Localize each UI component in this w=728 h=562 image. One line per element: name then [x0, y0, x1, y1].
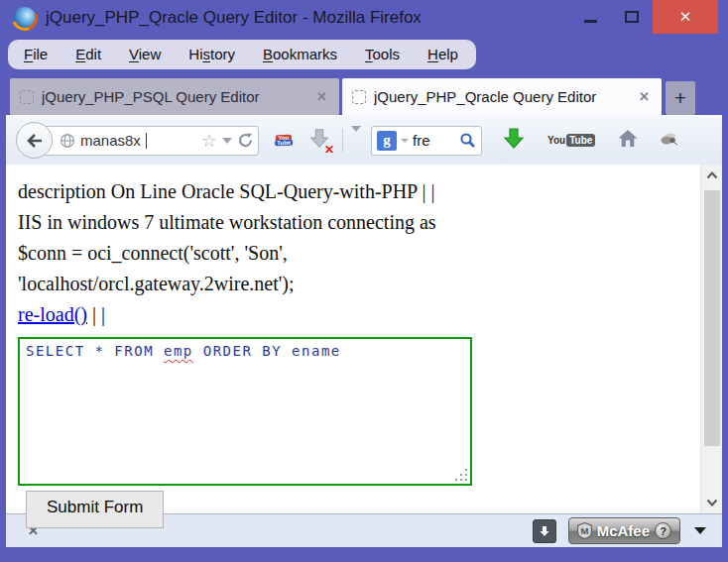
chevron-up-icon [706, 171, 718, 179]
home-icon [617, 129, 639, 148]
menu-item-view[interactable]: View [129, 46, 161, 62]
search-input[interactable]: fre [413, 132, 455, 149]
tab-oracle-editor[interactable]: jQuery_PHP_Qracle Query Editor ✕ [342, 78, 662, 115]
window-title: jQuery_PHP_Qracle Query Editor - Mozilla… [46, 8, 422, 28]
engine-dropdown-icon[interactable] [401, 139, 409, 143]
navigation-toolbar: manas8x ☆ You Tube ✕ g fre You [6, 115, 722, 165]
tab-title: jQuery_PHP_Qracle Query Editor [374, 88, 629, 105]
reload-link[interactable]: re-load() [18, 303, 87, 325]
scroll-down-button[interactable] [701, 492, 722, 513]
download-manager-icon[interactable] [502, 127, 526, 155]
tab-favicon-placeholder-icon [20, 90, 34, 104]
reload-link-line: re-load() | | [18, 299, 684, 330]
tab-close-icon[interactable]: ✕ [637, 89, 652, 104]
window-controls: ✕ [569, 0, 722, 36]
youtube-downloader-addon-icon[interactable]: You Tube [273, 134, 296, 146]
tab-title: jQuery_PHP_PSQL Query Editor [42, 88, 306, 105]
search-magnifier-icon[interactable] [459, 132, 476, 149]
back-button[interactable] [16, 122, 53, 159]
firefox-logo-icon [14, 7, 36, 29]
misspelled-word: emp [164, 343, 193, 359]
close-button[interactable]: ✕ [653, 0, 718, 34]
menu-item-file[interactable]: File [24, 46, 48, 62]
toolbar-overflow-dropdown[interactable] [351, 132, 361, 150]
maximize-button[interactable] [611, 0, 653, 34]
menu-item-tools[interactable]: Tools [365, 46, 400, 62]
menu-item-bookmarks[interactable]: Bookmarks [263, 46, 337, 62]
back-arrow-icon [26, 133, 44, 149]
reload-icon[interactable] [237, 132, 254, 149]
vertical-scrollbar[interactable] [700, 165, 722, 513]
search-bar[interactable]: g fre [371, 126, 482, 156]
link-suffix: | | [87, 303, 105, 325]
page-text-line: IIS in windows 7 ultimate workstation co… [18, 207, 684, 238]
home-button[interactable] [617, 129, 639, 152]
page-text-line: description On Line Oracle SQL-Query-wit… [18, 176, 684, 207]
chevron-down-icon [706, 499, 718, 506]
sql-query-textarea[interactable]: SELECT * FROM emp ORDER BY ename [18, 337, 472, 486]
blocked-x-icon: ✕ [324, 143, 334, 157]
submit-form-button[interactable]: Submit Form [26, 491, 164, 528]
plus-icon: + [674, 86, 686, 110]
page-text-line: $conn = oci_connect('scott', 'Son', [18, 238, 684, 269]
menu-item-edit[interactable]: Edit [75, 46, 101, 62]
menubar: FileEditViewHistoryBookmarksToolsHelp [6, 36, 722, 73]
chevron-down-icon [351, 126, 361, 149]
menubar-items: FileEditViewHistoryBookmarksToolsHelp [8, 40, 476, 69]
titlebar: jQuery_PHP_Qracle Query Editor - Mozilla… [6, 0, 722, 36]
youtube-button-icon[interactable]: You Tube [547, 134, 595, 147]
new-tab-button[interactable]: + [666, 81, 695, 115]
google-engine-icon[interactable]: g [377, 131, 397, 151]
tab-favicon-placeholder-icon [352, 90, 366, 104]
bookmark-star-icon[interactable]: ☆ [201, 132, 217, 150]
minimize-button[interactable] [569, 0, 611, 34]
fly-addon-icon[interactable] [659, 131, 678, 150]
scroll-up-button[interactable] [701, 165, 722, 186]
url-dropdown-icon[interactable] [222, 138, 232, 144]
statusbar-dropdown-icon[interactable] [694, 527, 706, 534]
tab-strip: jQuery_PHP_PSQL Query Editor ✕ jQuery_PH… [6, 73, 722, 115]
page-viewport: description On Line Oracle SQL-Query-wit… [6, 165, 722, 513]
text-cursor [146, 133, 147, 149]
menu-item-help[interactable]: Help [427, 46, 458, 62]
menu-item-history[interactable]: History [188, 46, 235, 62]
resize-grip-icon[interactable] [465, 479, 467, 481]
url-bar[interactable]: manas8x ☆ [39, 126, 259, 156]
close-icon: ✕ [679, 8, 692, 26]
page-content: description On Line Oracle SQL-Query-wit… [6, 165, 700, 528]
globe-icon [60, 133, 75, 149]
tab-psql-editor[interactable]: jQuery_PHP_PSQL Query Editor ✕ [10, 78, 339, 115]
scrollbar-thumb[interactable] [704, 190, 720, 446]
page-text-line: 'localhost/orcl.gateway.2wire.net'); [18, 269, 684, 299]
download-blocked-addon-icon[interactable]: ✕ [308, 128, 330, 154]
minimize-icon [584, 20, 597, 23]
sql-query-text: SELECT * FROM emp ORDER BY ename [26, 343, 464, 359]
toolbar-separator [342, 129, 343, 153]
url-input[interactable]: manas8x [80, 132, 141, 149]
tab-close-icon[interactable]: ✕ [314, 89, 329, 104]
maximize-icon [625, 11, 639, 23]
firefox-window: jQuery_PHP_Qracle Query Editor - Mozilla… [0, 0, 728, 562]
